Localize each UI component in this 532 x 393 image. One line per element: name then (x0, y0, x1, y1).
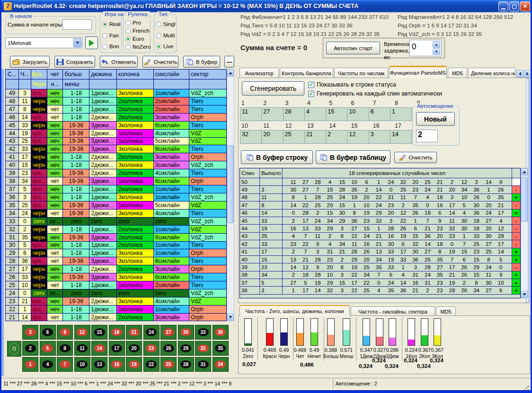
board-cell[interactable]: 6 (40, 325, 56, 340)
minimize-button[interactable]: ▁ (498, 1, 508, 11)
table-row[interactable]: 4233черннеч19-363дюжи...3колонка6сиклайн… (6, 145, 226, 153)
tab-wheel-division[interactable]: Деление колеса на (468, 68, 515, 78)
table-row[interactable]: 3834кра...чет19-363дюжи...1колонка6сикла… (6, 177, 226, 185)
board-cell[interactable]: 20 (126, 341, 142, 356)
column-header[interactable]: Ч... (19, 70, 31, 79)
board-cell[interactable]: 14 (91, 341, 107, 356)
table-row[interactable]: 2114кра...чет1-182дюжи...2колонка3сиклай… (6, 314, 226, 321)
table-row[interactable]: 4533черннеч19-363дюжи...3колонка6сиклайн… (6, 122, 226, 130)
board-cell[interactable]: 19 (126, 357, 142, 372)
table-row[interactable]: 2510чернчет1-181дюжи...1колонка2сиклайнT… (6, 281, 226, 289)
table-row[interactable]: 4614кра...чет1-182дюжи...2колонка3сиклай… (6, 114, 226, 122)
table-row[interactable]: 4811812825241920223111741831026035+ (240, 194, 520, 201)
column-header[interactable] (89, 79, 117, 89)
copy-buffer-button[interactable]: В буфер (183, 56, 220, 68)
table-row[interactable]: 2836кра...чет19-363дюжи...3колонка6сикла… (6, 257, 226, 265)
history-table-scrollbar[interactable] (227, 69, 234, 321)
undo-button[interactable]: Отменить (100, 56, 138, 68)
table-row[interactable]: 240zeroze...zerozerozerozeroVdZ_zch (6, 289, 226, 297)
board-cell[interactable]: 22 (143, 357, 160, 372)
buffer-table-button[interactable]: В буфер таблицу (316, 150, 390, 164)
column-header[interactable]: Выпало (260, 168, 283, 178)
table-row[interactable]: 3834218281032234764312435212615119+ (240, 271, 520, 279)
column-header[interactable]: Кра... (31, 70, 47, 79)
radio-real[interactable]: Real (102, 21, 121, 27)
autospin-start-button[interactable]: Автоспин старт (326, 42, 380, 54)
column-header[interactable]: Спин (240, 168, 260, 178)
radio-singl[interactable]: Singl (156, 21, 176, 27)
table-row[interactable]: 4325кра...неч19-363дюжи...1колонка5сикла… (6, 138, 226, 146)
table-row[interactable]: 2321кра...неч19-362дюжи...3колонка4сикла… (6, 297, 226, 306)
load-button[interactable]: Загрузить (10, 56, 50, 68)
radio-french[interactable]: French (125, 28, 150, 34)
table-row[interactable]: 322чернчет1-181дюжи...2колонка1сиклайнVd… (6, 226, 226, 234)
radio-bon[interactable]: Bon (102, 44, 119, 49)
table-row[interactable]: 2633черннеч19-363дюжи...3колонка6сиклайн… (6, 273, 226, 281)
table-row[interactable]: 221кра...неч1-181дюжи...1колонка1сиклайн… (6, 306, 226, 314)
scroll-up-icon[interactable] (227, 70, 234, 77)
board-cell[interactable]: 10 (74, 357, 90, 372)
board-cell[interactable]: 7 (57, 357, 73, 372)
maximize-button[interactable]: ▢ (509, 1, 519, 11)
tabs-scroll-right-icon[interactable] (524, 70, 531, 78)
scroll-up-icon[interactable] (521, 168, 528, 175)
spin-down-icon[interactable] (433, 48, 440, 55)
table-row[interactable]: 3135черннеч19-363дюжи...2колонка6сиклайн… (6, 234, 226, 242)
tab-psevdoms[interactable]: Функционал PsevdoMS (389, 66, 447, 78)
start-sum-input[interactable] (62, 19, 92, 30)
table-row[interactable]: 39231412920819253533132827172629240- (240, 263, 520, 271)
scrollbar-thumb[interactable] (227, 145, 234, 223)
clear-button[interactable]: Очистить (142, 56, 178, 68)
table-row[interactable]: 4015черннеч1-182дюжи...3колонка3сиклайнV… (6, 161, 226, 169)
board-cell[interactable]: 23 (143, 341, 160, 356)
board-cell[interactable]: 15 (91, 325, 107, 340)
board-cell[interactable]: 33 (195, 325, 211, 340)
board-cell[interactable]: 3 (22, 325, 38, 340)
generated-table-scrollbar[interactable] (521, 168, 528, 298)
table-row[interactable]: 46140282153081929201226186144362417+ (240, 210, 520, 217)
board-cell[interactable]: 17 (109, 341, 125, 356)
generated-numbers-table[interactable]: СпинВыпало18 сгенерированных случайных ч… (239, 168, 521, 298)
board-cell[interactable]: 35 (213, 341, 229, 356)
table-row[interactable]: 49330277152835214025232421203436126- (240, 186, 520, 193)
column-header[interactable] (189, 79, 226, 89)
board-cell[interactable]: 27 (160, 325, 177, 340)
radio-pro[interactable]: Pro (125, 20, 141, 26)
board-cell[interactable]: 1 (22, 357, 38, 372)
board-cell[interactable]: 13 (91, 357, 107, 372)
title-bar[interactable]: 7 HelperRoullet 4.32- create helperroull… (0, 0, 532, 12)
board-cell[interactable]: 25 (160, 357, 177, 372)
table-row[interactable]: 3525кра...неч19-363дюжи...1колонка5сикла… (6, 201, 226, 210)
scroll-down-icon[interactable] (227, 314, 234, 321)
table-row[interactable]: 330zeroze...zerozerozerozeroVdZ_zch (6, 218, 226, 226)
board-cell[interactable]: 16 (109, 357, 125, 372)
column-header[interactable]: С... (6, 70, 19, 79)
board-cell[interactable]: 12 (74, 325, 90, 340)
table-row[interactable]: 40151321282322920341933362535761585+ (240, 256, 520, 263)
board-cell[interactable]: 18 (109, 325, 125, 340)
board-cell[interactable]: 26 (160, 341, 177, 356)
table-row[interactable]: 478чернчет1-181дюжи...2колонка2сиклайнTi… (6, 105, 226, 114)
table-row[interactable]: 4533217243429362332322179113018274- (240, 217, 520, 225)
strategy-combobox[interactable]: 1Melonati (5, 37, 82, 48)
column-header[interactable]: 18 сгенерированных случайных чисел (283, 168, 512, 178)
spin-up-icon[interactable] (433, 41, 440, 48)
board-cell[interactable]: 36 (213, 325, 229, 340)
table-row[interactable]: 4419161333293271512826621233230182012- (240, 225, 520, 232)
table-row[interactable]: 43254711282224211619153620231333028- (240, 233, 520, 240)
radio-euro[interactable]: Euro (125, 36, 144, 42)
delay-spinner[interactable]: 0 (409, 40, 442, 56)
table-row[interactable]: 3923кра...неч19-362дюжи...2колонка4сикла… (6, 169, 226, 177)
table-row[interactable]: 4117черннеч1-182дюжи...2колонка3сиклайнO… (6, 153, 226, 161)
table-row[interactable]: 3631171432322254353621223282634276+ (240, 287, 520, 294)
table-row[interactable]: 50112728415106124322025212123149 (240, 178, 520, 186)
scrollbar-thumb[interactable] (521, 177, 528, 222)
tab-frequencies[interactable]: Частоты по числам (334, 68, 388, 78)
checkbox-show-status[interactable]: ✓ Показывать в строке статуса (308, 81, 396, 88)
scroll-down-icon[interactable] (521, 291, 528, 298)
board-cell[interactable]: 30 (178, 325, 194, 340)
freq-tab-chances[interactable]: Частота - Zero, шансы, дюжины, колонки (239, 305, 350, 316)
tab-bankroll[interactable]: Контроль банкролла (280, 68, 333, 78)
tabs-scroll-left-icon[interactable] (516, 70, 523, 78)
column-header[interactable]: сикслайн (154, 70, 190, 79)
